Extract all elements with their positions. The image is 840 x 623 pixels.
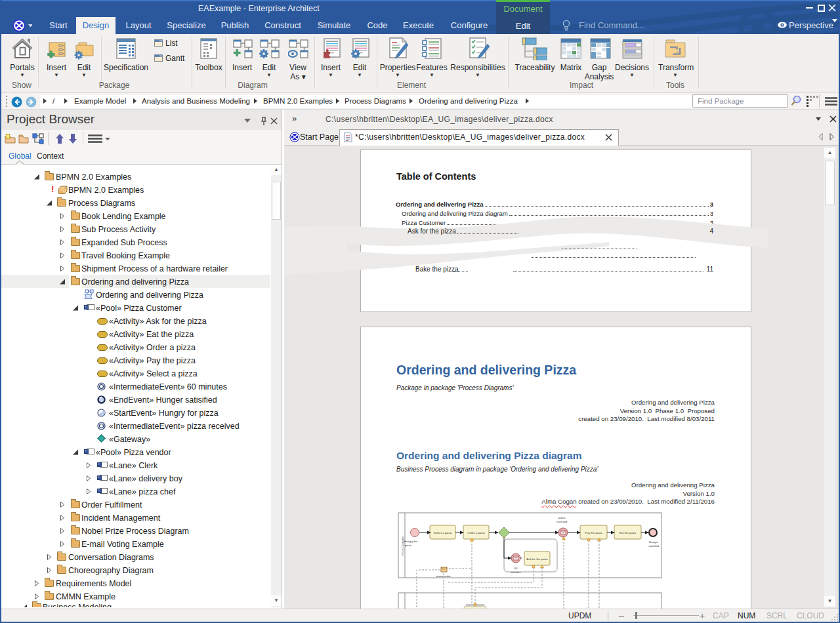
svg-text:60: 60	[514, 567, 518, 570]
svg-text:Order a pizza: Order a pizza	[467, 531, 485, 534]
svg-text:Hungry for: Hungry for	[404, 540, 418, 543]
svg-text:Select a pizza: Select a pizza	[434, 531, 452, 534]
svg-text:received: received	[556, 520, 568, 523]
svg-text:Pizza Customer: Pizza Customer	[401, 536, 404, 555]
svg-text:pizza: pizza	[558, 516, 566, 519]
svg-text:pizza-order: pizza-order	[436, 574, 451, 578]
svg-text:Ask for the pizza: Ask for the pizza	[526, 557, 548, 561]
svg-text:Pay the pizza: Pay the pizza	[585, 531, 602, 534]
svg-text:pizza: pizza	[405, 544, 412, 547]
svg-text:Eat the pizza: Eat the pizza	[620, 531, 637, 534]
svg-text:Hunger: Hunger	[649, 540, 659, 544]
svg-text:satisfied: satisfied	[648, 544, 660, 548]
svg-text:minutes: minutes	[511, 571, 521, 574]
